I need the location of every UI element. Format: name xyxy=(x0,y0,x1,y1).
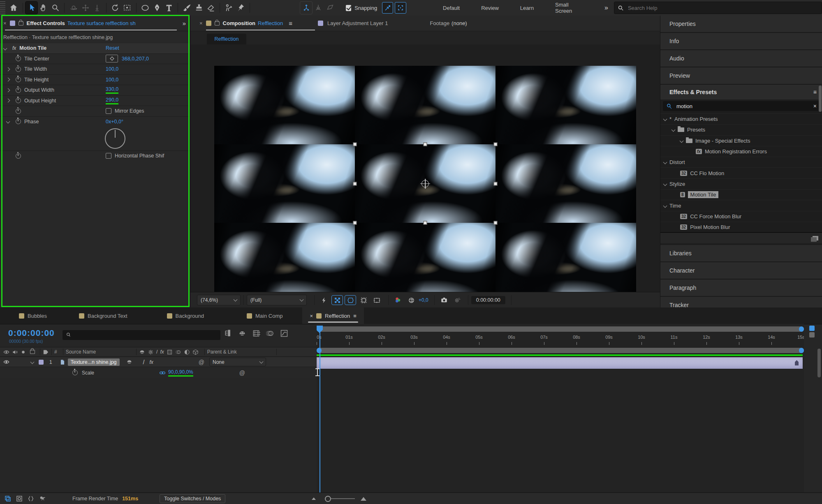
reset-button[interactable]: Reset xyxy=(106,45,119,51)
workspace-learn[interactable]: Learn xyxy=(509,5,544,11)
horizontal-phase-shift-checkbox[interactable] xyxy=(106,153,111,159)
hand-tool[interactable] xyxy=(37,2,49,14)
current-time-display[interactable]: 0:00:00:00 xyxy=(8,328,55,338)
panel-info[interactable]: Info xyxy=(660,33,822,50)
comp-mini-map-button[interactable] xyxy=(809,332,815,338)
stopwatch-icon[interactable] xyxy=(16,109,21,114)
toolbar-grip[interactable] xyxy=(0,0,5,16)
chevron-down-icon[interactable] xyxy=(663,203,667,208)
property-value[interactable]: 100,0 xyxy=(106,77,118,83)
tree-image-special-effects-folder[interactable]: Image - Special Effects xyxy=(660,135,822,146)
panel-menu-icon[interactable]: ≡ xyxy=(289,20,292,27)
panel-libraries[interactable]: Libraries xyxy=(660,245,822,262)
tiled-footage-image[interactable] xyxy=(214,66,636,292)
property-pickwhip-icon[interactable]: @ xyxy=(239,370,245,376)
composition-flowchart-icon[interactable] xyxy=(224,329,232,338)
shape-tool[interactable] xyxy=(139,2,151,14)
chevron-right-icon[interactable] xyxy=(6,88,10,92)
chevron-right-icon[interactable] xyxy=(6,78,10,82)
close-icon[interactable]: × xyxy=(0,20,10,26)
frame-blending-icon[interactable] xyxy=(252,329,260,338)
property-value-highlighted[interactable]: 290,0 xyxy=(106,97,118,104)
tab-background-text[interactable]: Background Text xyxy=(72,307,135,324)
panel-character[interactable]: Character xyxy=(660,262,822,280)
tree-pixel-motion-blur[interactable]: 32 Pixel Motion Blur xyxy=(660,222,822,232)
property-value[interactable]: 0x+0,0° xyxy=(106,119,123,125)
local-axis-mode-icon[interactable] xyxy=(300,2,312,14)
mirror-edges-checkbox[interactable] xyxy=(106,108,111,114)
zoom-in-timeline-icon[interactable] xyxy=(361,497,366,501)
exposure-value[interactable]: +0,0 xyxy=(419,297,428,303)
scrollbar-thumb[interactable] xyxy=(819,86,822,112)
chevron-down-icon[interactable] xyxy=(671,128,676,132)
chevron-down-icon[interactable] xyxy=(663,182,667,186)
tree-motion-registration-errors[interactable]: fx Motion Registration Errors xyxy=(660,146,822,157)
pan-camera-tool[interactable] xyxy=(79,2,91,14)
zoom-tool[interactable] xyxy=(49,2,61,14)
panel-properties[interactable]: Properties xyxy=(660,16,822,33)
show-snapshot-icon[interactable] xyxy=(452,296,463,305)
effect-header-row[interactable]: fx Motion Tile Reset xyxy=(0,43,190,53)
column-source-name[interactable]: Source Name xyxy=(66,349,96,355)
chevron-right-icon[interactable] xyxy=(6,99,10,103)
snap-to-features-icon[interactable] xyxy=(395,2,406,14)
roto-brush-tool[interactable] xyxy=(223,2,235,14)
tree-motion-tile-selected[interactable]: 8 Motion Tile xyxy=(660,189,822,200)
close-icon[interactable]: × xyxy=(310,313,313,319)
effects-presets-header[interactable]: Effects & Presets ≡ xyxy=(660,85,822,99)
selection-handle[interactable] xyxy=(424,142,427,146)
pen-tool[interactable] xyxy=(151,2,163,14)
stopwatch-icon[interactable] xyxy=(72,370,78,375)
region-of-interest-icon[interactable] xyxy=(358,296,369,305)
timeline-zoom-knob[interactable] xyxy=(325,496,331,502)
stopwatch-icon[interactable] xyxy=(16,67,21,72)
eye-icon[interactable] xyxy=(3,349,9,355)
selection-tool[interactable] xyxy=(25,2,37,14)
tree-time-category[interactable]: Time xyxy=(660,200,822,210)
effect-controls-tab[interactable]: Effect Controls xyxy=(27,20,65,26)
composition-tab[interactable]: Composition xyxy=(223,20,255,26)
stopwatch-icon[interactable] xyxy=(16,119,21,124)
lock-icon[interactable] xyxy=(215,21,220,25)
home-icon[interactable] xyxy=(8,2,20,14)
channel-icon[interactable] xyxy=(393,296,403,305)
viewer-tab[interactable]: Refflection xyxy=(207,34,246,44)
selection-handle[interactable] xyxy=(353,142,357,146)
quality-switch[interactable]: / xyxy=(143,359,145,365)
audio-icon[interactable] xyxy=(12,349,18,355)
type-tool[interactable] xyxy=(163,2,175,14)
stopwatch-icon[interactable] xyxy=(16,98,21,103)
layer-row[interactable]: 1 Texture...n shine.jpg / fx @ None xyxy=(0,357,317,367)
stopwatch-icon[interactable] xyxy=(16,153,21,159)
graph-editor-icon[interactable] xyxy=(280,329,288,338)
timeline-search-box[interactable] xyxy=(63,330,220,340)
expand-transfer-controls-icon[interactable] xyxy=(16,495,23,502)
shy-switch-icon[interactable] xyxy=(126,359,132,365)
brush-tool[interactable] xyxy=(181,2,193,14)
scale-value[interactable]: 90,0,90,0% xyxy=(168,369,193,377)
collapse-transformations-icon[interactable] xyxy=(148,349,154,355)
zoom-out-timeline-icon[interactable] xyxy=(312,497,316,500)
expand-layer-switches-icon[interactable] xyxy=(4,495,12,502)
guides-safe-margins-icon[interactable] xyxy=(371,296,382,305)
column-parent-link[interactable]: Parent & Link xyxy=(207,349,237,355)
lock-icon[interactable] xyxy=(30,350,35,354)
angle-dial[interactable] xyxy=(105,128,125,149)
layer-panel-tab[interactable]: Layer Adjustment Layer 1 xyxy=(327,20,388,26)
tree-cc-force-motion-blur[interactable]: 32 CC Force Motion Blur xyxy=(660,211,822,222)
column-index[interactable]: # xyxy=(54,349,57,355)
stopwatch-icon[interactable] xyxy=(16,56,21,61)
point-picker-icon[interactable] xyxy=(106,55,118,62)
motion-blur-icon[interactable] xyxy=(266,329,274,338)
chevron-down-icon[interactable] xyxy=(6,120,10,124)
shy-icon[interactable] xyxy=(139,349,145,355)
snap-along-edges-icon[interactable] xyxy=(382,2,393,14)
workspace-overflow-icon[interactable]: » xyxy=(604,4,608,12)
puppet-pin-tool[interactable] xyxy=(235,2,247,14)
fx-switch[interactable]: fx xyxy=(149,359,153,365)
tree-cc-flo-motion[interactable]: 32 CC Flo Motion xyxy=(660,167,822,178)
timeline-search-input[interactable] xyxy=(74,332,217,339)
clear-search-icon[interactable]: × xyxy=(813,103,817,109)
workspace-default[interactable]: Default xyxy=(432,5,470,11)
panel-swatch[interactable] xyxy=(318,21,323,26)
